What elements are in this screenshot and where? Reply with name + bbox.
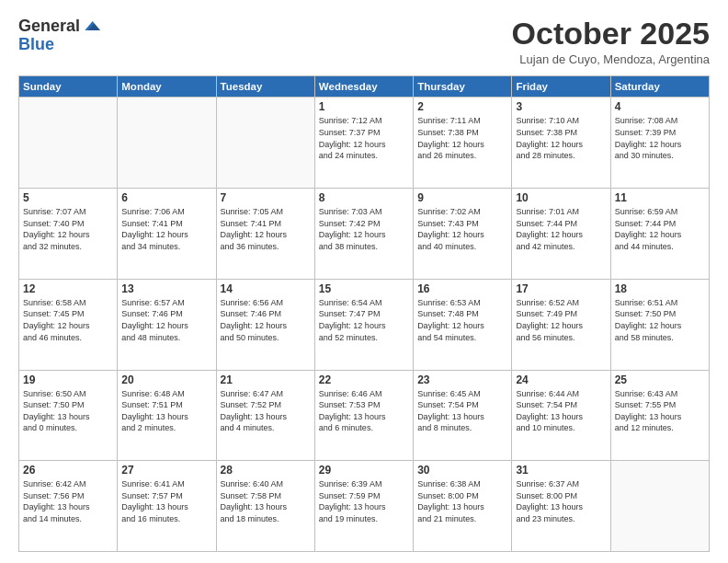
calendar-day-cell: 7Sunrise: 7:05 AM Sunset: 7:41 PM Daylig… [216, 189, 314, 280]
day-info: Sunrise: 7:01 AM Sunset: 7:44 PM Dayligh… [516, 206, 606, 252]
day-info: Sunrise: 6:40 AM Sunset: 7:58 PM Dayligh… [221, 478, 311, 524]
calendar-day-cell [19, 98, 118, 189]
calendar-day-cell: 24Sunrise: 6:44 AM Sunset: 7:54 PM Dayli… [512, 370, 610, 461]
day-info: Sunrise: 6:51 AM Sunset: 7:50 PM Dayligh… [615, 297, 705, 343]
day-number: 26 [23, 464, 113, 477]
day-number: 7 [221, 191, 311, 204]
day-info: Sunrise: 6:39 AM Sunset: 7:59 PM Dayligh… [319, 478, 409, 524]
day-info: Sunrise: 6:48 AM Sunset: 7:51 PM Dayligh… [121, 388, 211, 434]
day-number: 22 [319, 373, 409, 386]
calendar-day-cell: 3Sunrise: 7:10 AM Sunset: 7:38 PM Daylig… [512, 98, 610, 189]
calendar-day-cell: 21Sunrise: 6:47 AM Sunset: 7:52 PM Dayli… [216, 370, 314, 461]
day-number: 17 [516, 282, 606, 295]
calendar-table: SundayMondayTuesdayWednesdayThursdayFrid… [18, 75, 710, 552]
title-block: October 2025 Lujan de Cuyo, Mendoza, Arg… [512, 17, 710, 66]
calendar-day-cell: 11Sunrise: 6:59 AM Sunset: 7:44 PM Dayli… [610, 189, 709, 280]
day-info: Sunrise: 6:52 AM Sunset: 7:49 PM Dayligh… [516, 297, 606, 343]
calendar-day-cell: 22Sunrise: 6:46 AM Sunset: 7:53 PM Dayli… [314, 370, 413, 461]
day-info: Sunrise: 7:12 AM Sunset: 7:37 PM Dayligh… [319, 115, 409, 161]
weekday-header-wednesday: Wednesday [314, 76, 413, 98]
day-info: Sunrise: 7:02 AM Sunset: 7:43 PM Dayligh… [417, 206, 507, 252]
calendar-day-cell [118, 98, 216, 189]
day-number: 25 [615, 373, 705, 386]
day-number: 6 [121, 191, 211, 204]
calendar-day-cell: 4Sunrise: 7:08 AM Sunset: 7:39 PM Daylig… [610, 98, 709, 189]
calendar-day-cell: 1Sunrise: 7:12 AM Sunset: 7:37 PM Daylig… [314, 98, 413, 189]
calendar-day-cell: 29Sunrise: 6:39 AM Sunset: 7:59 PM Dayli… [314, 461, 413, 552]
calendar-day-cell: 23Sunrise: 6:45 AM Sunset: 7:54 PM Dayli… [414, 370, 512, 461]
calendar-week-row: 1Sunrise: 7:12 AM Sunset: 7:37 PM Daylig… [19, 98, 710, 189]
day-info: Sunrise: 6:53 AM Sunset: 7:48 PM Dayligh… [417, 297, 507, 343]
day-info: Sunrise: 7:11 AM Sunset: 7:38 PM Dayligh… [417, 115, 507, 161]
day-info: Sunrise: 6:59 AM Sunset: 7:44 PM Dayligh… [615, 206, 705, 252]
day-info: Sunrise: 6:57 AM Sunset: 7:46 PM Dayligh… [121, 297, 211, 343]
day-info: Sunrise: 7:08 AM Sunset: 7:39 PM Dayligh… [615, 115, 705, 161]
day-number: 30 [417, 464, 507, 477]
day-info: Sunrise: 7:05 AM Sunset: 7:41 PM Dayligh… [221, 206, 311, 252]
calendar-day-cell: 31Sunrise: 6:37 AM Sunset: 8:00 PM Dayli… [512, 461, 610, 552]
day-info: Sunrise: 6:38 AM Sunset: 8:00 PM Dayligh… [417, 478, 507, 524]
calendar-week-row: 5Sunrise: 7:07 AM Sunset: 7:40 PM Daylig… [19, 189, 710, 280]
day-number: 21 [221, 373, 311, 386]
day-number: 9 [417, 191, 507, 204]
calendar-day-cell: 12Sunrise: 6:58 AM Sunset: 7:45 PM Dayli… [19, 279, 118, 370]
location-subtitle: Lujan de Cuyo, Mendoza, Argentina [512, 52, 710, 66]
day-number: 19 [23, 373, 113, 386]
day-info: Sunrise: 7:10 AM Sunset: 7:38 PM Dayligh… [516, 115, 606, 161]
day-number: 4 [615, 100, 705, 113]
day-number: 16 [417, 282, 507, 295]
day-number: 13 [121, 282, 211, 295]
day-number: 3 [516, 100, 606, 113]
calendar-day-cell: 14Sunrise: 6:56 AM Sunset: 7:46 PM Dayli… [216, 279, 314, 370]
weekday-header-row: SundayMondayTuesdayWednesdayThursdayFrid… [19, 76, 710, 98]
day-number: 27 [121, 464, 211, 477]
day-info: Sunrise: 7:07 AM Sunset: 7:40 PM Dayligh… [23, 206, 113, 252]
header: General Blue October 2025 Lujan de Cuyo,… [18, 17, 710, 66]
calendar-day-cell [216, 98, 314, 189]
calendar-week-row: 12Sunrise: 6:58 AM Sunset: 7:45 PM Dayli… [19, 279, 710, 370]
calendar-day-cell: 17Sunrise: 6:52 AM Sunset: 7:49 PM Dayli… [512, 279, 610, 370]
calendar-day-cell: 20Sunrise: 6:48 AM Sunset: 7:51 PM Dayli… [118, 370, 216, 461]
calendar-day-cell: 6Sunrise: 7:06 AM Sunset: 7:41 PM Daylig… [118, 189, 216, 280]
day-info: Sunrise: 6:58 AM Sunset: 7:45 PM Dayligh… [23, 297, 113, 343]
day-info: Sunrise: 6:47 AM Sunset: 7:52 PM Dayligh… [221, 388, 311, 434]
weekday-header-friday: Friday [512, 76, 610, 98]
calendar-day-cell: 26Sunrise: 6:42 AM Sunset: 7:56 PM Dayli… [19, 461, 118, 552]
weekday-header-sunday: Sunday [19, 76, 118, 98]
day-number: 18 [615, 282, 705, 295]
calendar-day-cell: 9Sunrise: 7:02 AM Sunset: 7:43 PM Daylig… [414, 189, 512, 280]
calendar-day-cell: 16Sunrise: 6:53 AM Sunset: 7:48 PM Dayli… [414, 279, 512, 370]
day-info: Sunrise: 6:50 AM Sunset: 7:50 PM Dayligh… [23, 388, 113, 434]
day-info: Sunrise: 6:46 AM Sunset: 7:53 PM Dayligh… [319, 388, 409, 434]
calendar-day-cell: 28Sunrise: 6:40 AM Sunset: 7:58 PM Dayli… [216, 461, 314, 552]
day-info: Sunrise: 6:54 AM Sunset: 7:47 PM Dayligh… [319, 297, 409, 343]
day-number: 2 [417, 100, 507, 113]
day-number: 15 [319, 282, 409, 295]
calendar-day-cell: 13Sunrise: 6:57 AM Sunset: 7:46 PM Dayli… [118, 279, 216, 370]
weekday-header-thursday: Thursday [414, 76, 512, 98]
day-number: 23 [417, 373, 507, 386]
logo-general-text: General [18, 17, 80, 34]
logo: General Blue [18, 17, 100, 54]
calendar-day-cell: 19Sunrise: 6:50 AM Sunset: 7:50 PM Dayli… [19, 370, 118, 461]
calendar-day-cell: 5Sunrise: 7:07 AM Sunset: 7:40 PM Daylig… [19, 189, 118, 280]
month-title: October 2025 [512, 17, 710, 51]
calendar-day-cell: 10Sunrise: 7:01 AM Sunset: 7:44 PM Dayli… [512, 189, 610, 280]
day-number: 31 [516, 464, 606, 477]
day-number: 11 [615, 191, 705, 204]
calendar-day-cell: 15Sunrise: 6:54 AM Sunset: 7:47 PM Dayli… [314, 279, 413, 370]
day-number: 24 [516, 373, 606, 386]
day-info: Sunrise: 7:03 AM Sunset: 7:42 PM Dayligh… [319, 206, 409, 252]
day-number: 5 [23, 191, 113, 204]
page: General Blue October 2025 Lujan de Cuyo,… [0, 0, 728, 563]
day-number: 20 [121, 373, 211, 386]
day-info: Sunrise: 7:06 AM Sunset: 7:41 PM Dayligh… [121, 206, 211, 252]
day-info: Sunrise: 6:41 AM Sunset: 7:57 PM Dayligh… [121, 478, 211, 524]
calendar-day-cell: 8Sunrise: 7:03 AM Sunset: 7:42 PM Daylig… [314, 189, 413, 280]
calendar-day-cell [610, 461, 709, 552]
calendar-day-cell: 2Sunrise: 7:11 AM Sunset: 7:38 PM Daylig… [414, 98, 512, 189]
calendar-day-cell: 25Sunrise: 6:43 AM Sunset: 7:55 PM Dayli… [610, 370, 709, 461]
day-number: 8 [319, 191, 409, 204]
weekday-header-tuesday: Tuesday [216, 76, 314, 98]
day-number: 10 [516, 191, 606, 204]
